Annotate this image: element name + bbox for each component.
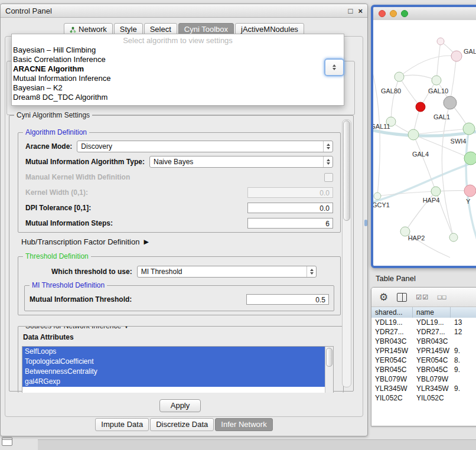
table-row[interactable]: YIL052CYIL052C	[371, 393, 476, 403]
tab-infer-network[interactable]: Infer Network	[215, 418, 272, 431]
dropdown-item[interactable]: Bayesian – Hill Climbing	[12, 45, 344, 55]
table-cell: YLR345W	[413, 384, 451, 393]
table-cell: 9.	[451, 365, 476, 374]
combo-arrows-icon	[323, 141, 332, 152]
close-traffic-light-icon[interactable]	[379, 10, 386, 17]
deselect-all-icon[interactable]: □□	[438, 294, 446, 301]
network-node[interactable]	[444, 96, 457, 109]
manual-kernel-width-checkbox[interactable]	[324, 173, 333, 182]
network-node-label: GAL1	[433, 113, 450, 120]
table-cell: YDR27...	[371, 327, 413, 337]
table-row[interactable]: YLR345WYLR345W9.	[371, 384, 476, 393]
kernel-width-label: Kernel Width (0,1):	[25, 188, 88, 197]
aracne-mode-label: Aracne Mode:	[25, 142, 72, 151]
sources-group: Sources for Network Inference ▼ Data Att…	[18, 326, 344, 393]
mi-steps-field[interactable]: 6	[247, 218, 333, 229]
which-threshold-label: Which threshold to use:	[51, 268, 132, 276]
attribute-item-selected[interactable]: SelfLoops	[22, 347, 325, 357]
network-node[interactable]	[408, 129, 419, 140]
table-row[interactable]: YBL079WYBL079W	[371, 374, 476, 384]
table-panel-window: ⚙ ☑☑ □□ shared... name YDL19...YDL19...1…	[371, 287, 476, 426]
column-header-shared-name[interactable]: shared...	[371, 307, 413, 318]
algorithm-dropdown-popup: Select algorithm to view settings Bayesi…	[11, 34, 344, 106]
network-node[interactable]	[449, 233, 458, 242]
table-row[interactable]: YER054CYER054C8.	[371, 356, 476, 365]
settings-group-title: Cyni Algorithm Settings	[14, 111, 92, 119]
mi-steps-label: Mutual Information Steps:	[25, 219, 113, 227]
minimized-window-icon[interactable]	[2, 437, 12, 446]
table-row[interactable]: YBR043CYBR043C	[371, 337, 476, 346]
network-node[interactable]	[437, 38, 444, 45]
aracne-mode-select[interactable]: Discovery	[77, 141, 333, 152]
collapse-down-icon[interactable]: ▼	[123, 326, 129, 330]
gear-icon[interactable]: ⚙	[379, 292, 388, 302]
apply-button[interactable]: Apply	[159, 399, 201, 412]
table-cell: YPR145W	[371, 346, 413, 356]
dropdown-item[interactable]: Basic Correlation Inference	[12, 55, 344, 64]
table-row[interactable]: YBR045CYBR045C9.	[371, 365, 476, 374]
hub-definition-expander[interactable]: Hub/Transcription Factor Definition ▶	[21, 237, 149, 246]
network-canvas-svg[interactable]: GAL8GAL80GAL10GAL1GAL11SWI4GAL4GCY1HAP4Y…	[373, 20, 476, 260]
network-node[interactable]	[416, 102, 425, 112]
settings-scrollbar[interactable]	[342, 119, 351, 387]
dropdown-item[interactable]: Dream8 DC_TDC Algorithm	[12, 93, 344, 102]
select-all-icon[interactable]: ☑☑	[416, 294, 429, 301]
column-header-partial[interactable]	[451, 307, 476, 318]
network-node-label: Y	[466, 198, 471, 205]
network-node-label: GAL80	[381, 87, 401, 94]
tab-impute-data[interactable]: Impute Data	[95, 418, 149, 431]
mi-threshold-field[interactable]: 0.5	[246, 294, 329, 305]
network-node[interactable]	[432, 76, 441, 85]
cyni-algorithm-settings-group: Cyni Algorithm Settings Algorithm Defini…	[9, 115, 354, 392]
float-window-icon[interactable]: □	[348, 7, 353, 15]
table-row[interactable]: YDR27...YDR27...12	[371, 327, 476, 337]
algorithm-combo-button[interactable]	[324, 58, 344, 76]
table-row[interactable]: YPR145WYPR145W9.	[371, 346, 476, 356]
attribute-item-selected[interactable]: gal4RGexp	[22, 377, 325, 387]
attribute-table-body: YDL19...YDL19...13YDR27...YDR27...12YBR0…	[371, 318, 476, 426]
manual-kernel-width-label: Manual Kernel Width Definition	[25, 173, 130, 181]
dpi-tolerance-field[interactable]: 0.0	[247, 203, 333, 213]
collapse-right-icon: ▶	[144, 238, 148, 246]
dropdown-item[interactable]: Mutual Information Inference	[12, 74, 344, 83]
panel-splitter-handle[interactable]	[364, 220, 367, 226]
aracne-mode-value: Discovery	[81, 142, 112, 151]
attribute-item-selected[interactable]: TopologicalCoefficient	[22, 357, 325, 367]
sources-group-title: Sources for Network Inference ▼	[23, 326, 132, 330]
zoom-traffic-light-icon[interactable]	[401, 10, 408, 17]
table-cell: YDR27...	[413, 327, 451, 337]
threshold-definition-group: Threshold Definition Which threshold to …	[18, 256, 341, 315]
network-node[interactable]	[395, 72, 404, 81]
control-panel-window: Control Panel □ × Network Style Select C…	[0, 4, 368, 436]
table-cell: 9.	[451, 346, 476, 356]
network-node[interactable]	[464, 152, 476, 165]
network-node[interactable]	[431, 187, 441, 196]
table-cell: YBR043C	[371, 337, 413, 346]
list-scrollbar-thumb[interactable]	[326, 348, 332, 367]
bottom-task-bar	[38, 439, 476, 450]
network-node[interactable]	[451, 51, 462, 61]
network-node[interactable]	[374, 193, 381, 200]
algorithm-definition-title: Algorithm Definition	[23, 128, 89, 136]
network-window-titlebar[interactable]	[373, 7, 476, 21]
table-cell: YIL052C	[413, 393, 451, 403]
settings-scrollbar-thumb[interactable]	[343, 120, 350, 221]
mi-algorithm-type-select[interactable]: Naive Bayes	[149, 156, 333, 168]
close-icon[interactable]: ×	[358, 7, 363, 15]
table-row[interactable]: YDL19...YDL19...13	[371, 318, 476, 327]
network-node[interactable]	[464, 185, 476, 197]
table-cell: YBR045C	[371, 365, 413, 374]
dropdown-item-selected[interactable]: ARACNE Algorithm	[12, 64, 344, 74]
dropdown-item[interactable]: Bayesian – K2	[12, 83, 344, 93]
tab-discretize-data[interactable]: Discretize Data	[150, 418, 214, 431]
column-header-name[interactable]: name	[413, 307, 451, 318]
attribute-item-selected[interactable]: BetweennessCentrality	[22, 367, 325, 377]
kernel-width-field[interactable]: 0.0	[247, 187, 333, 198]
which-threshold-select[interactable]: MI Threshold	[137, 266, 317, 278]
columns-icon[interactable]	[397, 293, 407, 302]
network-canvas[interactable]: GAL8GAL80GAL10GAL1GAL11SWI4GAL4GCY1HAP4Y…	[373, 20, 476, 266]
list-scrollbar[interactable]	[325, 347, 333, 393]
network-node[interactable]	[463, 123, 475, 135]
minimize-traffic-light-icon[interactable]	[390, 10, 397, 17]
control-panel-titlebar[interactable]: Control Panel □ ×	[1, 4, 367, 18]
